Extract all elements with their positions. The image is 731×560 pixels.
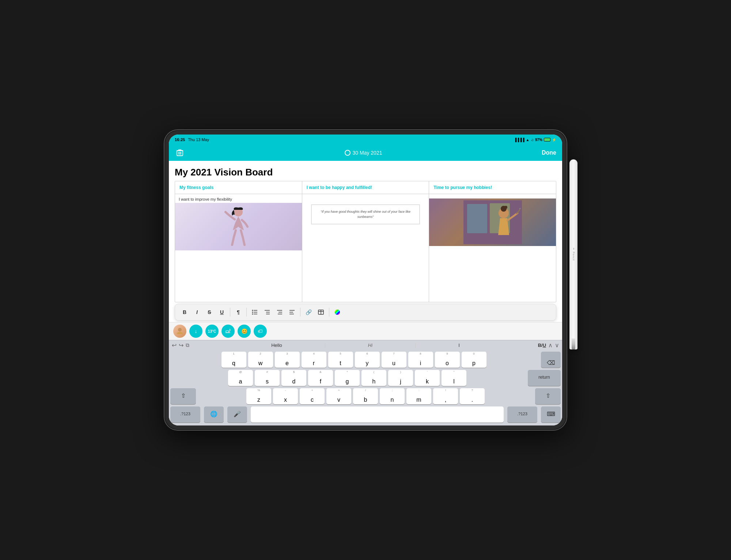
italic-button[interactable]: I [191,306,203,318]
key-i[interactable]: 8i [408,352,433,368]
keyboard-row-2: @a #s $d &f *g (h )j 'k "l return [169,368,562,387]
done-button[interactable]: Done [542,150,556,156]
key-g[interactable]: *g [335,370,360,386]
toolbar-divider-1 [230,308,230,317]
toolbar-divider-3 [300,308,300,317]
key-v[interactable]: =v [326,388,351,404]
align-left-button[interactable] [286,306,298,318]
quote-cell[interactable]: "If you have good thoughts they will shi… [302,194,429,302]
hobbies-cell[interactable] [429,194,556,302]
document-title: My 2021 Vision Board [169,161,562,181]
key-k[interactable]: 'k [415,370,440,386]
key-x[interactable]: -x [273,388,298,404]
shift-left-key[interactable]: ⇧ [170,388,196,404]
status-icons: ▐▐▐▐ ▲ ♫ 97% ⚡ [514,138,556,142]
key-r[interactable]: 4r [302,352,326,368]
key-u[interactable]: 7u [382,352,406,368]
keyboard-row-3: ⇧ %z -x +c =v /b ;n :m !, ?. ⇧ [169,387,562,405]
status-time: 16:25 [175,137,185,142]
download-bubble[interactable]: ↓ [189,325,202,338]
vision-table: My fitness goals I want to be happy and … [175,181,556,302]
keyboard-row-1: 1q 2w 3e 4r 5t 6y 7u 8i 9o 0p ⌫ [169,350,562,368]
bold-button[interactable]: B [179,306,190,318]
key-l[interactable]: "l [442,370,466,386]
header-date-label: 30 May 2021 [353,150,382,156]
tag-bubble[interactable]: 🏷 [254,325,267,338]
svg-point-20 [252,312,253,313]
keyboard: 1q 2w 3e 4r 5t 6y 7u 8i 9o 0p ⌫ [169,350,562,425]
paragraph-button[interactable]: ¶ [232,306,244,318]
col2-header: I want to be happy and fulfilled! [302,181,429,194]
col1-header: My fitness goals [175,181,302,194]
keyboard-bottom-row: .?123 🌐 🎤 .?123 ⌨ [169,405,562,425]
toolbar-divider-4 [329,308,329,317]
numbers-key-left[interactable]: .?123 [170,406,200,423]
key-q[interactable]: 1q [221,352,246,368]
table-button[interactable] [315,306,327,318]
suggestion-i[interactable]: I [458,343,460,348]
key-j[interactable]: )j [388,370,413,386]
cursor-down-button[interactable]: ∨ [555,342,559,349]
temperature-bubble[interactable]: 13°C [205,325,219,338]
key-m[interactable]: :m [406,388,431,404]
key-s[interactable]: #s [255,370,280,386]
hobbies-empty-text [429,194,556,198]
indent-button[interactable] [261,306,273,318]
key-c[interactable]: +c [300,388,325,404]
backspace-key[interactable]: ⌫ [541,352,561,368]
format-toolbar: B I S U ¶ [175,304,556,321]
fitness-cell[interactable]: I want to improve my flexibility [175,194,302,302]
globe-key[interactable]: 🌐 [204,406,224,423]
strikethrough-button[interactable]: S [204,306,215,318]
key-comma[interactable]: !, [433,388,458,404]
trash-button[interactable] [175,148,185,158]
pencil-label: ✏ Pencil [572,248,575,261]
paste-button[interactable]: ⧉ [186,342,189,348]
align-right-button[interactable] [274,306,285,318]
sofa-bubble[interactable]: 🛋 [221,325,235,338]
redo-button[interactable]: ↪ [179,342,183,349]
key-o[interactable]: 9o [435,352,460,368]
key-f[interactable]: &f [308,370,333,386]
key-y[interactable]: 6y [355,352,380,368]
underline-button[interactable]: U [216,306,228,318]
key-p[interactable]: 0p [462,352,486,368]
table-body-row: I want to improve my flexibility [175,194,556,302]
key-e[interactable]: 3e [275,352,300,368]
user-avatar[interactable] [173,325,186,338]
clock-icon [345,150,351,156]
hobbies-image [429,198,556,246]
bold-italic-toggle[interactable]: B/U [538,343,546,348]
status-bar: 16:25 Thu 13 May ▐▐▐▐ ▲ ♫ 97% ⚡ [169,135,562,145]
numbers-key-right[interactable]: .?123 [507,406,537,423]
space-key[interactable] [251,406,504,423]
link-button[interactable]: 🔗 [303,306,314,318]
quote-card: "If you have good thoughts they will shi… [311,204,420,224]
format-bar: ↩ ↪ ⧉ Hello | Hi | I B/U ∧ ∨ [169,340,562,350]
key-a[interactable]: @a [228,370,253,386]
col3-header: Time to pursue my hobbies! [429,181,556,194]
key-z[interactable]: %z [246,388,271,404]
undo-button[interactable]: ↩ [172,342,177,349]
mic-key[interactable]: 🎤 [227,406,247,423]
shift-right-key[interactable]: ⇧ [535,388,561,404]
cursor-up-button[interactable]: ∧ [548,342,553,349]
key-w[interactable]: 2w [248,352,273,368]
emoji-bubble[interactable]: 😊 [238,325,251,338]
suggestion-hello[interactable]: Hello [271,343,282,348]
suggestion-hi[interactable]: Hi [368,343,372,348]
list-button[interactable] [249,306,261,318]
key-h[interactable]: (h [361,370,386,386]
color-button[interactable] [332,306,343,318]
key-period[interactable]: ?. [460,388,485,404]
keyboard-dismiss-key[interactable]: ⌨ [541,406,561,423]
key-n[interactable]: ;n [380,388,405,404]
toolbar-divider-2 [246,308,247,317]
ipad-frame: 16:25 Thu 13 May ▐▐▐▐ ▲ ♫ 97% ⚡ [164,130,567,430]
return-key[interactable]: return [528,370,561,386]
fitness-text: I want to improve my flexibility [175,194,302,203]
key-b[interactable]: /b [353,388,378,404]
key-d[interactable]: $d [281,370,306,386]
key-t[interactable]: 5t [328,352,353,368]
battery-icon [544,138,550,141]
